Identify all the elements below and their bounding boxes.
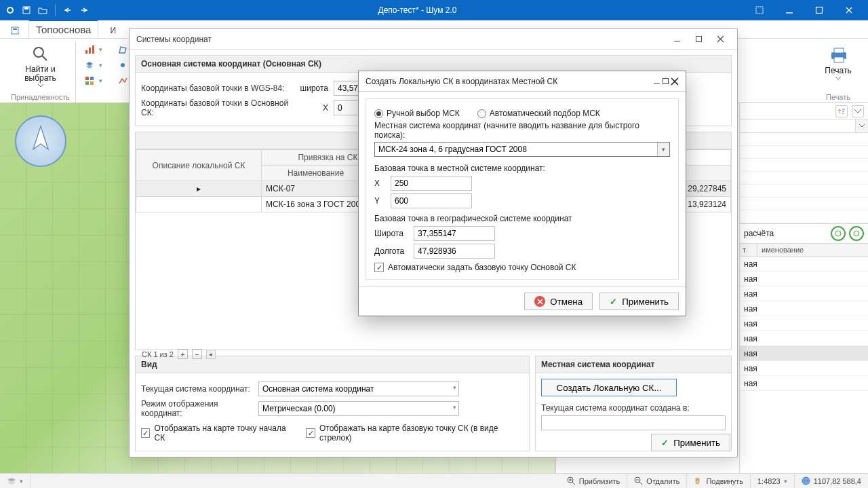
ribbon-tab-topo[interactable]: Топооснова [28,20,98,38]
modal-titlebar[interactable]: Создать Локальную СК в координатах Местн… [359,71,686,92]
print-label: Печать [825,66,851,75]
checkbox-icon [141,428,150,438]
svg-line-10 [42,56,47,60]
list-item[interactable]: ная [740,257,868,271]
title-bar: Депо-тест* - Шум 2.0 [0,0,868,20]
modal-footer: Отмена ✓ Применить [359,286,686,316]
title-doc: Депо-тест* [378,5,419,15]
svg-rect-25 [696,37,701,42]
rightpane-grid[interactable] [740,133,868,224]
svg-point-23 [854,231,859,236]
radio-manual[interactable]: Ручной выбор МСК [374,109,460,118]
zoom-out-button[interactable]: Отдалить [627,474,687,488]
print-button[interactable]: Печать [821,43,855,83]
dropdown-toggle-icon[interactable] [856,119,868,132]
scale-display[interactable]: 1:4823▾ [751,474,795,488]
svg-rect-17 [90,81,94,85]
dlg-apply-button[interactable]: ✓Применить [651,434,730,451]
close-icon[interactable] [834,0,864,20]
ribbon-filetab-icon[interactable] [5,22,24,38]
x-input[interactable] [391,176,472,191]
svg-rect-21 [834,57,844,62]
dlg-close-icon[interactable] [710,32,730,47]
col-name: именование [757,244,868,256]
list-item[interactable]: ная [740,316,868,331]
svg-rect-7 [12,27,18,34]
cb-show-origin[interactable]: Отображать на карте точку начала СК [141,424,292,443]
modal-minimize-icon[interactable] [653,77,660,86]
svg-rect-20 [834,48,844,53]
layers-tool-icon[interactable]: ▾ [81,59,105,71]
created-in-label: Текущая система координат создана в: [541,403,726,413]
radio-auto[interactable]: Автоматический подбор МСК [477,109,600,118]
apply-button[interactable]: ✓ Применить [599,293,679,310]
zoom-in-button[interactable]: Приблизить [560,474,628,488]
y-input[interactable] [391,193,472,208]
compass-icon[interactable] [15,115,66,167]
list-item[interactable]: ная [740,361,868,376]
cb-show-base-label: Отображать на карте базовую точку СК (в … [319,424,524,443]
zoom-in-icon [567,476,576,485]
status-left[interactable]: ▾ [0,474,31,488]
base-msk-label: Базовая точка в местной системе координа… [374,164,670,173]
radio-icon [374,109,383,118]
dropdown-icon[interactable] [852,105,864,117]
ribbon-group-print: Печать Печать [814,41,863,102]
scale-value: 1:4823 [757,477,781,485]
minimize-icon[interactable] [774,0,804,20]
dlg-minimize-icon[interactable] [667,32,687,47]
cancel-icon [534,296,545,307]
modal-maximize-icon[interactable] [662,77,669,86]
lat-output [414,226,495,241]
cb-auto-base-label: Автоматически задать базовую точку Основ… [388,263,576,272]
list-item[interactable]: ная [740,271,868,286]
list-item[interactable]: ная [740,376,868,391]
chevron-down-icon [38,84,43,88]
col-t: т [740,244,757,256]
maximize-icon[interactable] [804,0,834,20]
chevron-down-icon[interactable]: ▾ [453,404,456,411]
polygon-icon [117,44,128,55]
palette-tool-icon[interactable]: ▾ [81,75,105,87]
modal-close-icon[interactable] [671,77,679,86]
app-menu-icon[interactable] [4,4,16,16]
zoom-out-label: Отдалить [646,477,679,485]
layer-green-icon[interactable] [831,226,846,241]
open-icon[interactable] [37,4,49,16]
pan-button[interactable]: Подвинуть [687,474,751,488]
mode-select[interactable] [258,401,459,416]
undo-icon[interactable] [62,4,74,16]
create-local-cs-button[interactable]: Создать Локальную СК... [541,379,677,396]
find-select-button[interactable]: Найти и выбрать [20,42,60,90]
scroll-left-icon[interactable]: ◂ [206,350,216,359]
chevron-down-icon[interactable]: ▾ [453,384,456,391]
list-item[interactable]: ная [740,301,868,316]
list-item[interactable]: ная [740,286,868,301]
svg-rect-3 [24,7,28,10]
chevron-down-icon[interactable]: ▾ [657,143,669,156]
coord-dialog-titlebar[interactable]: Системы координат [130,29,737,50]
ribbon-tab-next[interactable]: И [102,22,123,38]
ribbon-collapse-icon[interactable] [745,0,774,20]
sort-asc-icon[interactable] [835,105,848,117]
cb-show-base[interactable]: Отображать на карте базовую точку СК (в … [306,424,524,443]
checkbox-icon [306,428,315,438]
svg-rect-12 [89,48,91,54]
add-row-button[interactable]: + [178,349,188,359]
list-item[interactable]: ная [740,331,868,346]
remove-row-button[interactable]: − [192,349,202,359]
cur-cs-select[interactable] [258,381,459,396]
globe-icon [802,476,810,485]
layer-green2-icon[interactable] [849,226,864,241]
cancel-button[interactable]: Отмена [524,293,593,310]
list-item[interactable]: ная [740,346,868,361]
redo-icon[interactable] [78,4,90,16]
radio-icon [477,109,486,118]
msk-combobox[interactable] [374,142,670,157]
chart-tool-icon[interactable]: ▾ [81,43,105,56]
cb-auto-base[interactable]: Автоматически задать базовую точку Основ… [374,263,670,272]
svg-rect-6 [816,7,823,14]
save-icon[interactable] [20,4,33,16]
cell-name: МСК-07 [262,181,370,197]
dlg-maximize-icon[interactable] [688,32,709,47]
